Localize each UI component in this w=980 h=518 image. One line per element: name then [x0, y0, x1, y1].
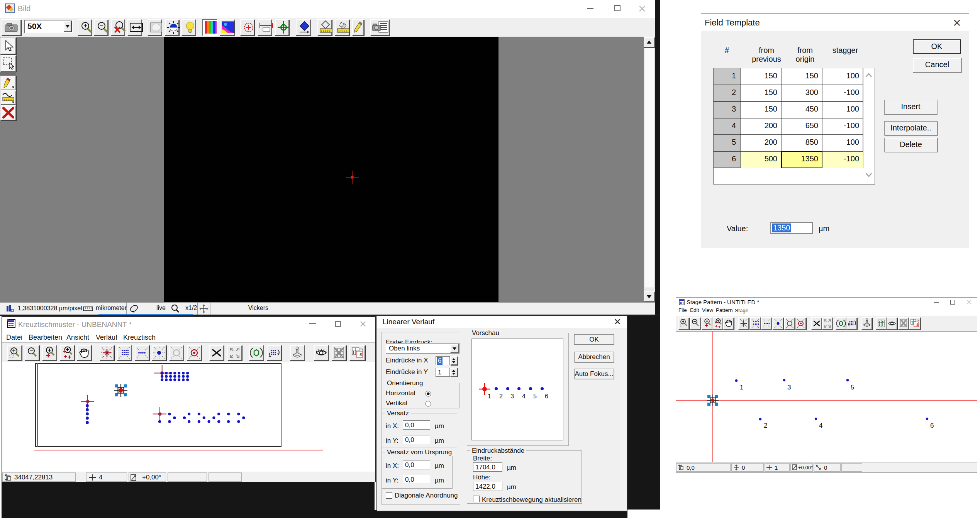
- svg-text:6: 6: [545, 393, 548, 400]
- svg-text:2: 2: [499, 393, 503, 400]
- svg-text:3: 3: [510, 393, 514, 400]
- svg-text:S: S: [916, 323, 919, 327]
- svg-text:5: 5: [851, 384, 854, 391]
- svg-text:I: I: [912, 321, 913, 325]
- svg-text:6: 6: [930, 422, 934, 429]
- svg-text:5: 5: [533, 393, 537, 400]
- svg-text:1: 1: [488, 393, 491, 400]
- svg-text:4: 4: [522, 393, 526, 400]
- svg-text:3: 3: [787, 384, 791, 391]
- svg-text:2: 2: [764, 422, 767, 429]
- svg-text:1: 1: [740, 384, 743, 391]
- svg-text:4: 4: [819, 422, 822, 429]
